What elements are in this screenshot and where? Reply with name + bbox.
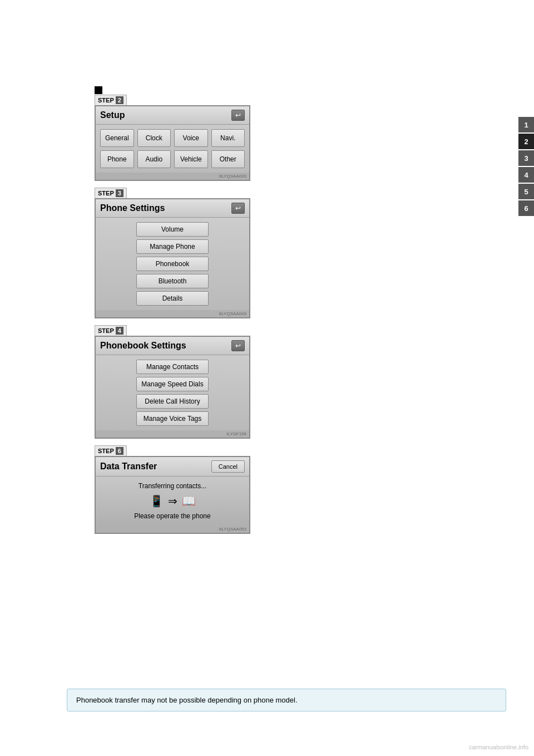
step6-label: STEP 6 bbox=[95, 445, 127, 456]
book-icon: 📖 bbox=[182, 494, 196, 508]
phone-icon: 📱 bbox=[150, 494, 164, 508]
step4-container: STEP 4 Phonebook Settings ↩ Manage Conta… bbox=[95, 325, 250, 439]
details-item[interactable]: Details bbox=[136, 291, 209, 306]
side-tab-5[interactable]: 5 bbox=[518, 184, 534, 199]
step3-code: 8LYQSAA043 bbox=[96, 310, 249, 317]
navi-button[interactable]: Navi. bbox=[211, 129, 245, 147]
other-button[interactable]: Other bbox=[211, 150, 245, 168]
bluetooth-item[interactable]: Bluetooth bbox=[136, 274, 209, 288]
info-box-text: Phonebook transfer may not be possible d… bbox=[76, 696, 298, 704]
step2-num: 2 bbox=[116, 96, 123, 104]
clock-button[interactable]: Clock bbox=[137, 129, 171, 147]
step2-screen: Setup ↩ General Clock Voice Navi. Phone … bbox=[95, 105, 250, 181]
step3-text: STEP bbox=[98, 190, 114, 197]
step4-list: Manage Contacts Manage Speed Dials Delet… bbox=[96, 355, 249, 430]
operate-phone-text: Please operate the phone bbox=[101, 512, 244, 520]
audio-button[interactable]: Audio bbox=[137, 150, 171, 168]
general-button[interactable]: General bbox=[100, 129, 134, 147]
volume-item[interactable]: Volume bbox=[136, 222, 209, 237]
step6-text: STEP bbox=[98, 448, 114, 454]
step4-text: STEP bbox=[98, 327, 114, 334]
step4-label: STEP 4 bbox=[95, 325, 127, 336]
manage-speed-dials-item[interactable]: Manage Speed Dials bbox=[136, 377, 209, 391]
step3-num: 3 bbox=[116, 189, 123, 197]
transfer-icons: 📱 ⇒ 📖 bbox=[101, 494, 244, 508]
step6-cancel-button[interactable]: Cancel bbox=[211, 460, 245, 473]
step4-title: Phonebook Settings bbox=[100, 341, 186, 351]
main-content: STEP 2 Setup ↩ General Clock Voice Navi.… bbox=[95, 95, 250, 541]
step2-label: STEP 2 bbox=[95, 95, 127, 105]
step3-header: Phone Settings ↩ bbox=[96, 199, 249, 218]
step2-header: Setup ↩ bbox=[96, 106, 249, 125]
manage-contacts-item[interactable]: Manage Contacts bbox=[136, 360, 209, 374]
step3-title: Phone Settings bbox=[100, 203, 165, 213]
step3-back-button[interactable]: ↩ bbox=[231, 203, 245, 214]
step4-back-button[interactable]: ↩ bbox=[231, 340, 245, 351]
arrow-icon: ⇒ bbox=[168, 494, 177, 508]
step6-num: 6 bbox=[116, 447, 123, 455]
step2-text: STEP bbox=[98, 97, 114, 104]
step6-screen: Data Transfer Cancel Transferring contac… bbox=[95, 456, 250, 534]
step2-title: Setup bbox=[100, 110, 125, 120]
side-tab-1[interactable]: 1 bbox=[518, 117, 534, 132]
vehicle-button[interactable]: Vehicle bbox=[174, 150, 208, 168]
step3-container: STEP 3 Phone Settings ↩ Volume Manage Ph… bbox=[95, 188, 250, 318]
manage-phone-item[interactable]: Manage Phone bbox=[136, 239, 209, 254]
delete-call-history-item[interactable]: Delete Call History bbox=[136, 394, 209, 409]
step4-header: Phonebook Settings ↩ bbox=[96, 337, 249, 355]
step6-header: Data Transfer Cancel bbox=[96, 457, 249, 477]
phonebook-item[interactable]: Phonebook bbox=[136, 257, 209, 271]
step6-code: 8LYQSAA053 bbox=[96, 526, 249, 533]
step2-code: 8LYQSAA033 bbox=[96, 173, 249, 180]
transfer-status-text: Transferring contacts... bbox=[101, 482, 244, 490]
info-box: Phonebook transfer may not be possible d… bbox=[67, 689, 506, 711]
watermark: carmanualsonline.info bbox=[469, 744, 528, 750]
step3-list: Volume Manage Phone Phonebook Bluetooth … bbox=[96, 218, 249, 310]
step4-screen: Phonebook Settings ↩ Manage Contacts Man… bbox=[95, 336, 250, 439]
step6-body: Transferring contacts... 📱 ⇒ 📖 Please op… bbox=[96, 477, 249, 526]
step2-back-button[interactable]: ↩ bbox=[231, 110, 245, 121]
side-tab-4[interactable]: 4 bbox=[518, 167, 534, 183]
step6-container: STEP 6 Data Transfer Cancel Transferring… bbox=[95, 445, 250, 534]
side-tab-2[interactable]: 2 bbox=[518, 134, 534, 149]
step3-label: STEP 3 bbox=[95, 188, 127, 198]
side-tabs: 1 2 3 4 5 6 bbox=[518, 117, 534, 216]
step6-title: Data Transfer bbox=[100, 462, 157, 472]
page: 1 2 3 4 5 6 STEP 2 Setup ↩ General Clock… bbox=[0, 0, 534, 756]
step4-code: ILYGF156 bbox=[96, 430, 249, 438]
phone-button[interactable]: Phone bbox=[100, 150, 134, 168]
step2-grid: General Clock Voice Navi. Phone Audio Ve… bbox=[96, 125, 249, 173]
step2-container: STEP 2 Setup ↩ General Clock Voice Navi.… bbox=[95, 95, 250, 181]
voice-button[interactable]: Voice bbox=[174, 129, 208, 147]
section-bullet bbox=[95, 86, 102, 94]
step4-num: 4 bbox=[116, 327, 123, 335]
side-tab-6[interactable]: 6 bbox=[518, 200, 534, 216]
step3-screen: Phone Settings ↩ Volume Manage Phone Pho… bbox=[95, 198, 250, 318]
manage-voice-tags-item[interactable]: Manage Voice Tags bbox=[136, 411, 209, 426]
side-tab-3[interactable]: 3 bbox=[518, 150, 534, 166]
